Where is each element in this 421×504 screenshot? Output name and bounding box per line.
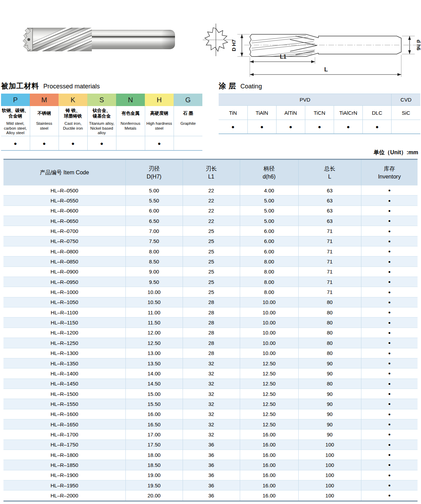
item-code-cell: HL–R–1850 bbox=[3, 460, 125, 470]
dim-label-D-H7: D H7 bbox=[231, 40, 237, 51]
material-applicability-dot bbox=[116, 136, 145, 151]
spec-table-row: HL–R–05005.00224.0063● bbox=[3, 185, 418, 195]
spec-table-row: HL–R–08008.00256.0071● bbox=[3, 246, 418, 257]
inventory-dot-cell: ● bbox=[361, 185, 418, 195]
shank-diameter-cell: 5.00 bbox=[240, 206, 298, 216]
shank-diameter-cell: 16.00 bbox=[240, 470, 298, 480]
material-name-en: Titanium alloy, Nickel based alloy bbox=[88, 121, 116, 136]
spec-table-row: HL–R–105010.502810.0080● bbox=[3, 297, 418, 307]
item-code-cell: HL–R–1550 bbox=[3, 399, 125, 409]
spec-table-row: HL–R–110011.002810.0080● bbox=[3, 307, 418, 318]
flute-length-cell: 32 bbox=[183, 358, 240, 368]
flute-diameter-cell: 10.50 bbox=[125, 297, 183, 307]
flute-length-cell: 32 bbox=[183, 419, 240, 429]
material-class-row: PMKSNHG bbox=[1, 94, 202, 106]
material-desc-N: 有色金属Nonferrous Metals bbox=[116, 106, 145, 136]
item-code-cell: HL–R–1450 bbox=[3, 379, 125, 389]
material-class-K: K bbox=[59, 94, 87, 106]
spec-col-header-cn: 刃长 bbox=[183, 165, 240, 173]
shank-diameter-cell: 5.00 bbox=[240, 195, 298, 206]
flute-length-cell: 32 bbox=[183, 389, 240, 399]
shank-diameter-cell: 16.00 bbox=[240, 480, 298, 490]
shank-diameter-cell: 12.50 bbox=[240, 389, 298, 399]
inventory-dot-cell: ● bbox=[361, 480, 418, 490]
overall-length-cell: 90 bbox=[298, 429, 361, 440]
item-code-cell: HL–R–0950 bbox=[3, 277, 125, 287]
spec-table-row: HL–R–100010.00258.0071● bbox=[3, 287, 418, 297]
flute-diameter-cell: 8.50 bbox=[125, 257, 183, 267]
processed-materials-title: 被加工材料 Processed materials bbox=[1, 81, 202, 91]
spec-table-row: HL–R–160016.003212.5090● bbox=[3, 409, 418, 419]
coating-group-CVD: CVD bbox=[392, 94, 420, 106]
item-code-cell: HL–R–0850 bbox=[3, 257, 125, 267]
flute-length-cell: 22 bbox=[183, 216, 240, 226]
shank-diameter-cell: 8.00 bbox=[240, 277, 298, 287]
item-code-cell: HL–R–1500 bbox=[3, 389, 125, 399]
material-applicability-dot: ● bbox=[1, 136, 30, 151]
item-code-cell: HL–R–1100 bbox=[3, 307, 125, 318]
inventory-dot-cell: ● bbox=[361, 277, 418, 287]
spec-table-row: HL–R–190019.003616.00100● bbox=[3, 470, 418, 480]
shank-diameter-cell: 6.00 bbox=[240, 226, 298, 236]
flute-diameter-cell: 19.00 bbox=[125, 470, 183, 480]
coating-applicability-dot: ● bbox=[363, 120, 392, 134]
material-applicability-dot: ● bbox=[145, 136, 174, 151]
spec-table-row: HL–R–120012.002810.0080● bbox=[3, 328, 418, 338]
overall-length-cell: 100 bbox=[298, 450, 361, 460]
coating-group-row: PVDCVD bbox=[219, 94, 420, 106]
end-view-icon bbox=[205, 28, 228, 51]
material-desc-G: 石 墨Graphite bbox=[174, 106, 202, 136]
material-name-en: Cast iron, Ductile iron bbox=[59, 121, 87, 131]
coating-applicability-dot bbox=[392, 120, 420, 134]
shank-diameter-cell: 4.00 bbox=[240, 185, 298, 195]
flute-length-cell: 25 bbox=[183, 226, 240, 236]
reamer-product-photo bbox=[17, 20, 180, 67]
flute-diameter-cell: 15.00 bbox=[125, 389, 183, 399]
spec-table-row: HL–R–07007.00256.0071● bbox=[3, 226, 418, 236]
material-class-S: S bbox=[87, 94, 116, 106]
flute-length-cell: 28 bbox=[183, 328, 240, 338]
flute-diameter-cell: 5.50 bbox=[125, 195, 183, 206]
overall-length-cell: 63 bbox=[298, 206, 361, 216]
coating-title-en: Coating bbox=[240, 83, 262, 90]
coating-type-TiAlN: TiAlN bbox=[247, 106, 276, 120]
overall-length-cell: 80 bbox=[298, 297, 361, 307]
coating-type-TiAlCrN: TiAlCrN bbox=[334, 106, 363, 120]
overall-length-cell: 71 bbox=[298, 267, 361, 277]
spec-table-row: HL–R–135013.503212.5090● bbox=[3, 358, 418, 368]
flute-length-cell: 36 bbox=[183, 490, 240, 501]
spec-col-header-en: L1 bbox=[183, 173, 240, 181]
flute-diameter-cell: 16.50 bbox=[125, 419, 183, 429]
item-code-cell: HL–R–1150 bbox=[3, 318, 125, 328]
spec-col-header-cn: 库存 bbox=[361, 165, 418, 173]
item-code-cell: HL–R–0500 bbox=[3, 185, 125, 195]
overall-length-cell: 80 bbox=[298, 328, 361, 338]
inventory-dot-cell: ● bbox=[361, 460, 418, 470]
spec-table-row: HL–R–195019.503616.00100● bbox=[3, 480, 418, 490]
shank-diameter-cell: 10.00 bbox=[240, 338, 298, 348]
coating-applicability-dot: ● bbox=[334, 120, 363, 134]
spec-col-header-4: 总长L bbox=[298, 159, 361, 186]
spec-col-header-1: 刃径D(H7) bbox=[125, 159, 183, 186]
inventory-dot-cell: ● bbox=[361, 246, 418, 257]
inventory-dot-cell: ● bbox=[361, 440, 418, 450]
overall-length-cell: 80 bbox=[298, 379, 361, 389]
overall-length-cell: 71 bbox=[298, 287, 361, 297]
overall-length-cell: 80 bbox=[298, 348, 361, 358]
flute-diameter-cell: 20.00 bbox=[125, 490, 183, 501]
flute-diameter-cell: 6.50 bbox=[125, 216, 183, 226]
material-class-M: M bbox=[30, 94, 59, 106]
flute-length-cell: 25 bbox=[183, 287, 240, 297]
spec-col-header-5: 库存Inventory bbox=[361, 159, 418, 186]
coating-type-TiN: TiN bbox=[219, 106, 247, 120]
shank-diameter-cell: 16.00 bbox=[240, 429, 298, 440]
flute-length-cell: 36 bbox=[183, 480, 240, 490]
dim-label-L1: L1 bbox=[280, 54, 287, 60]
inventory-dot-cell: ● bbox=[361, 267, 418, 277]
shank-diameter-cell: 5.00 bbox=[240, 216, 298, 226]
spec-col-header-en: D(H7) bbox=[126, 173, 183, 181]
flute-diameter-cell: 13.50 bbox=[125, 358, 183, 368]
coating-applicability-dot: ● bbox=[305, 120, 334, 134]
inventory-dot-cell: ● bbox=[361, 419, 418, 429]
shank-diameter-cell: 16.00 bbox=[240, 460, 298, 470]
